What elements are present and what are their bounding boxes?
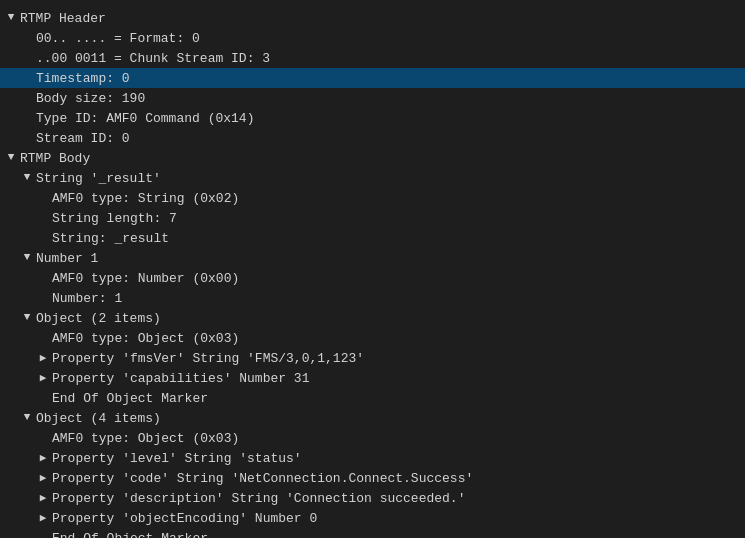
tree-line-16: AMF0 type: Object (0x03) [0,328,745,348]
expand-arrow[interactable] [4,151,18,165]
line-text: Property 'code' String 'NetConnection.Co… [52,471,473,486]
line-text: RTMP Body [20,151,90,166]
line-text: 00.. .... = Format: 0 [36,31,200,46]
tree-line-8[interactable]: String '_result' [0,168,745,188]
line-text: AMF0 type: Object (0x03) [52,331,239,346]
tree-line-22[interactable]: Property 'level' String 'status' [0,448,745,468]
expand-arrow[interactable] [20,251,34,265]
collapse-arrow[interactable] [36,471,50,485]
line-text: Number 1 [36,251,98,266]
collapse-arrow[interactable] [36,351,50,365]
tree-line-17[interactable]: Property 'fmsVer' String 'FMS/3,0,1,123' [0,348,745,368]
line-text: ..00 0011 = Chunk Stream ID: 3 [36,51,270,66]
tree-line-23[interactable]: Property 'code' String 'NetConnection.Co… [0,468,745,488]
tree-line-7[interactable]: RTMP Body [0,148,745,168]
expand-arrow[interactable] [4,11,18,25]
tree-line-26: End Of Object Marker [0,528,745,538]
expand-arrow[interactable] [20,411,34,425]
line-text: Property 'fmsVer' String 'FMS/3,0,1,123' [52,351,364,366]
line-text: Property 'objectEncoding' Number 0 [52,511,317,526]
line-text: RTMP Header [20,11,106,26]
tree-line-10: String length: 7 [0,208,745,228]
tree-line-13: AMF0 type: Number (0x00) [0,268,745,288]
line-text: Object (2 items) [36,311,161,326]
line-text: AMF0 type: String (0x02) [52,191,239,206]
tree-line-0[interactable]: RTMP Header [0,8,745,28]
tree-line-24[interactable]: Property 'description' String 'Connectio… [0,488,745,508]
tree-line-12[interactable]: Number 1 [0,248,745,268]
line-text: Property 'description' String 'Connectio… [52,491,465,506]
line-text: Object (4 items) [36,411,161,426]
collapse-arrow[interactable] [36,451,50,465]
tree-line-4: Body size: 190 [0,88,745,108]
tree-line-5: Type ID: AMF0 Command (0x14) [0,108,745,128]
line-text: String: _result [52,231,169,246]
line-text: Timestamp: 0 [36,71,130,86]
line-text: Number: 1 [52,291,122,306]
line-text: AMF0 type: Number (0x00) [52,271,239,286]
tree-line-20[interactable]: Object (4 items) [0,408,745,428]
expand-arrow[interactable] [20,171,34,185]
tree-container[interactable]: RTMP Header00.. .... = Format: 0..00 001… [0,0,745,538]
line-text: End Of Object Marker [52,391,208,406]
line-text: End Of Object Marker [52,531,208,539]
tree-line-15[interactable]: Object (2 items) [0,308,745,328]
tree-line-25[interactable]: Property 'objectEncoding' Number 0 [0,508,745,528]
line-text: Type ID: AMF0 Command (0x14) [36,111,254,126]
tree-line-1: 00.. .... = Format: 0 [0,28,745,48]
line-text: String length: 7 [52,211,177,226]
line-text: Property 'level' String 'status' [52,451,302,466]
line-text: Stream ID: 0 [36,131,130,146]
collapse-arrow[interactable] [36,491,50,505]
tree-line-21: AMF0 type: Object (0x03) [0,428,745,448]
tree-line-19: End Of Object Marker [0,388,745,408]
line-text: Body size: 190 [36,91,145,106]
line-text: AMF0 type: Object (0x03) [52,431,239,446]
tree-line-3: Timestamp: 0 [0,68,745,88]
line-text: Property 'capabilities' Number 31 [52,371,309,386]
tree-line-9: AMF0 type: String (0x02) [0,188,745,208]
tree-line-2: ..00 0011 = Chunk Stream ID: 3 [0,48,745,68]
expand-arrow[interactable] [20,311,34,325]
tree-line-11: String: _result [0,228,745,248]
tree-line-18[interactable]: Property 'capabilities' Number 31 [0,368,745,388]
collapse-arrow[interactable] [36,511,50,525]
collapse-arrow[interactable] [36,371,50,385]
tree-line-14: Number: 1 [0,288,745,308]
line-text: String '_result' [36,171,161,186]
tree-line-6: Stream ID: 0 [0,128,745,148]
